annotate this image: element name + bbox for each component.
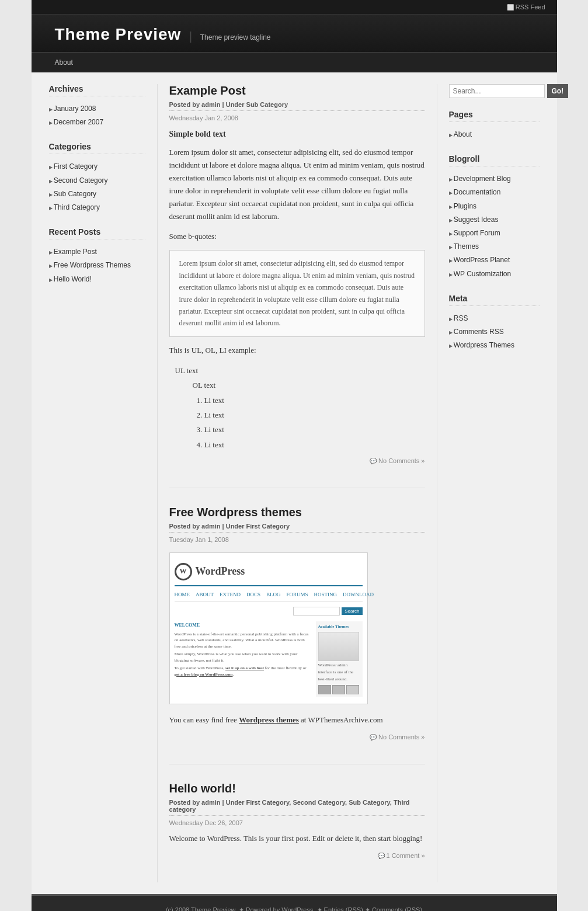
list-item[interactable]: Free Wordpress Themes <box>49 259 145 272</box>
post-date: Wednesday Jan 2, 2008 <box>169 114 425 121</box>
list-item[interactable]: Documentation <box>449 186 540 199</box>
post-blockquote: Lorem ipsum dolor sit amet, consectetur … <box>169 250 425 336</box>
post-themes: Free Wordpress themes Posted by admin | … <box>169 506 425 740</box>
search-widget: Go! <box>449 84 540 98</box>
wp-sidebar-mini: Available Themes WordPress' admin interf… <box>316 621 363 697</box>
list-item[interactable]: Example Post <box>49 245 145 259</box>
categories-list: First Category Second Category Sub Categ… <box>49 160 145 214</box>
bquotes-label: Some b-quotes: <box>169 230 425 243</box>
meta-list: RSS Comments RSS Wordpress Themes <box>449 312 540 353</box>
post-title[interactable]: Example Post <box>169 84 425 98</box>
list-item[interactable]: Plugins <box>449 200 540 213</box>
list-item[interactable]: First Category <box>49 160 145 173</box>
categories-widget: Categories First Category Second Categor… <box>49 142 145 214</box>
post-meta: Posted by admin | Under Sub Category <box>169 101 425 111</box>
post-hello-world: Hello world! Posted by admin | Under Fir… <box>169 782 425 859</box>
list-item: Li text <box>204 423 425 436</box>
list-item[interactable]: Third Category <box>49 201 145 214</box>
post-body: Simple bold text Lorem ipsum dolor sit a… <box>169 127 425 451</box>
pages-widget: Pages About <box>449 110 540 141</box>
wp-body: WELCOME WordPress is a state-of-the-art … <box>175 619 363 699</box>
post-meta: Posted by admin | Under First Category <box>169 523 425 533</box>
post-title[interactable]: Hello world! <box>169 782 425 795</box>
pages-list: About <box>449 128 540 141</box>
rss-feed-link[interactable]: RSS Feed <box>507 4 545 11</box>
archives-widget: Archives January 2008 December 2007 <box>49 84 145 129</box>
recent-posts-widget: Recent Posts Example Post Free Wordpress… <box>49 227 145 286</box>
list-item[interactable]: Development Blog <box>449 172 540 186</box>
footer-text: (c) 2008 Theme Preview. ✦ Powered by Wor… <box>49 906 540 911</box>
post-date: Tuesday Jan 1, 2008 <box>169 536 425 543</box>
post-meta: Posted by admin | Under First Category, … <box>169 799 425 816</box>
wp-logo-text: WordPress <box>196 562 245 580</box>
list-item[interactable]: December 2007 <box>49 116 145 129</box>
list-item[interactable]: Sub Category <box>49 187 145 201</box>
post-subheading: Simple bold text <box>169 127 425 141</box>
post-title[interactable]: Free Wordpress themes <box>169 506 425 519</box>
pages-title: Pages <box>449 110 540 122</box>
list-item: Li text <box>204 394 425 407</box>
post-comments[interactable]: 1 Comment » <box>169 852 425 859</box>
wp-search-btn[interactable]: Search <box>342 607 362 615</box>
list-item: OL text <box>193 378 425 392</box>
wp-search-input[interactable] <box>293 607 340 616</box>
post-paragraph: Lorem ipsum dolor sit amet, consectetur … <box>169 146 425 224</box>
list-item[interactable]: Suggest Ideas <box>449 213 540 227</box>
meta-title: Meta <box>449 294 540 306</box>
list-item[interactable]: Second Category <box>49 174 145 187</box>
meta-widget: Meta RSS Comments RSS Wordpress Themes <box>449 294 540 353</box>
post-body: W WordPress HOMEABOUTEXTENDDOCSBLOGFORUM… <box>169 552 425 726</box>
site-tagline: Theme preview tagline <box>200 33 271 41</box>
list-item[interactable]: January 2008 <box>49 102 145 116</box>
list-item[interactable]: Hello World! <box>49 273 145 286</box>
list-item: Li text <box>204 438 425 451</box>
wp-logo-icon: W <box>175 563 192 580</box>
recent-posts-list: Example Post Free Wordpress Themes Hello… <box>49 245 145 286</box>
wp-themes-link[interactable]: Wordpress themes <box>239 715 299 724</box>
list-item: Li text <box>204 408 425 422</box>
post-paragraph: Welcome to WordPress. This is your first… <box>169 832 425 845</box>
archives-list: January 2008 December 2007 <box>49 102 145 129</box>
post-body: Welcome to WordPress. This is your first… <box>169 832 425 845</box>
wordpress-screenshot: W WordPress HOMEABOUTEXTENDDOCSBLOGFORUM… <box>169 552 368 704</box>
blogroll-title: Blogroll <box>449 154 540 166</box>
list-item[interactable]: Comments RSS <box>449 325 540 339</box>
list-item[interactable]: Support Forum <box>449 227 540 240</box>
list-item[interactable]: Wordpress Themes <box>449 339 540 352</box>
categories-title: Categories <box>49 142 145 154</box>
search-button[interactable]: Go! <box>547 84 569 98</box>
nav-about[interactable]: About <box>55 53 80 72</box>
site-title: Theme Preview <box>55 25 182 44</box>
ol-sublist: OL text Li text Li text Li text Li text <box>193 378 425 451</box>
recent-posts-title: Recent Posts <box>49 227 145 239</box>
numbered-list: Li text Li text Li text Li text <box>204 394 425 452</box>
post-comments[interactable]: No Comments » <box>169 457 425 464</box>
post-divider <box>169 488 425 488</box>
footer: (c) 2008 Theme Preview. ✦ Powered by Wor… <box>32 894 557 911</box>
list-item: UL text <box>175 364 425 377</box>
blogroll-list: Development Blog Documentation Plugins S… <box>449 172 540 281</box>
archives-title: Archives <box>49 84 145 96</box>
pipe-separator: | <box>189 28 192 43</box>
post-date: Wednesday Dec 26, 2007 <box>169 819 425 826</box>
list-item[interactable]: WordPress Planet <box>449 253 540 267</box>
blogroll-widget: Blogroll Development Blog Documentation … <box>449 154 540 281</box>
post-paragraph: You can easy find free Wordpress themes … <box>169 714 425 726</box>
list-item[interactable]: WP Customization <box>449 267 540 281</box>
list-item[interactable]: RSS <box>449 312 540 325</box>
wp-nav: HOMEABOUTEXTENDDOCSBLOGFORUMSHOSTINGDOWN… <box>175 589 363 601</box>
post-comments[interactable]: No Comments » <box>169 733 425 740</box>
search-input[interactable] <box>449 84 545 98</box>
ul-list: UL text OL text Li text Li text Li text … <box>175 364 425 451</box>
list-item[interactable]: About <box>449 128 540 141</box>
ul-ol-label: This is UL, OL, LI example: <box>169 344 425 357</box>
post-divider-2 <box>169 764 425 764</box>
list-item[interactable]: Themes <box>449 240 540 253</box>
post-example: Example Post Posted by admin | Under Sub… <box>169 84 425 464</box>
